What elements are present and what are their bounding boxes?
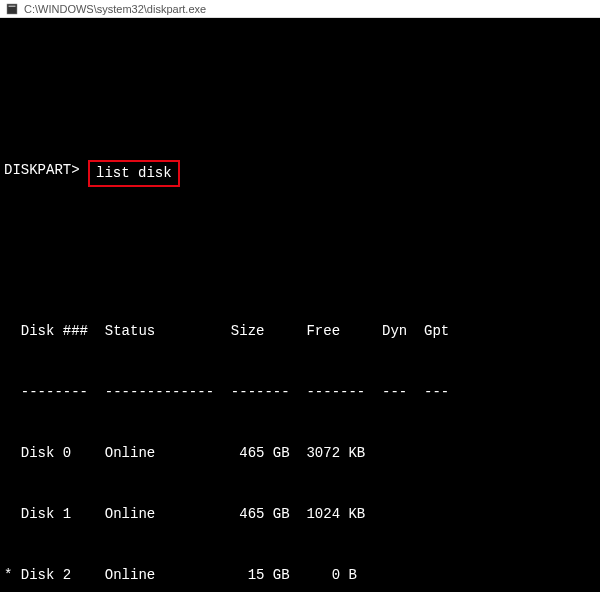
table-row: * Disk 2 Online 15 GB 0 B [4, 565, 596, 585]
disk-table-divider: -------- ------------- ------- ------- -… [4, 382, 596, 402]
app-icon [6, 3, 18, 15]
window-titlebar[interactable]: C:\WINDOWS\system32\diskpart.exe [0, 0, 600, 18]
command-list-disk: list disk [88, 160, 180, 186]
disk-table-header: Disk ### Status Size Free Dyn Gpt [4, 321, 596, 341]
terminal-output[interactable]: DISKPART> list disk Disk ### Status Size… [0, 18, 600, 592]
svg-rect-1 [9, 5, 16, 7]
table-row: Disk 0 Online 465 GB 3072 KB [4, 443, 596, 463]
window-title: C:\WINDOWS\system32\diskpart.exe [24, 3, 206, 15]
command-line-list-disk: DISKPART> list disk [4, 160, 596, 186]
prompt: DISKPART> [4, 160, 88, 180]
table-row: Disk 1 Online 465 GB 1024 KB [4, 504, 596, 524]
